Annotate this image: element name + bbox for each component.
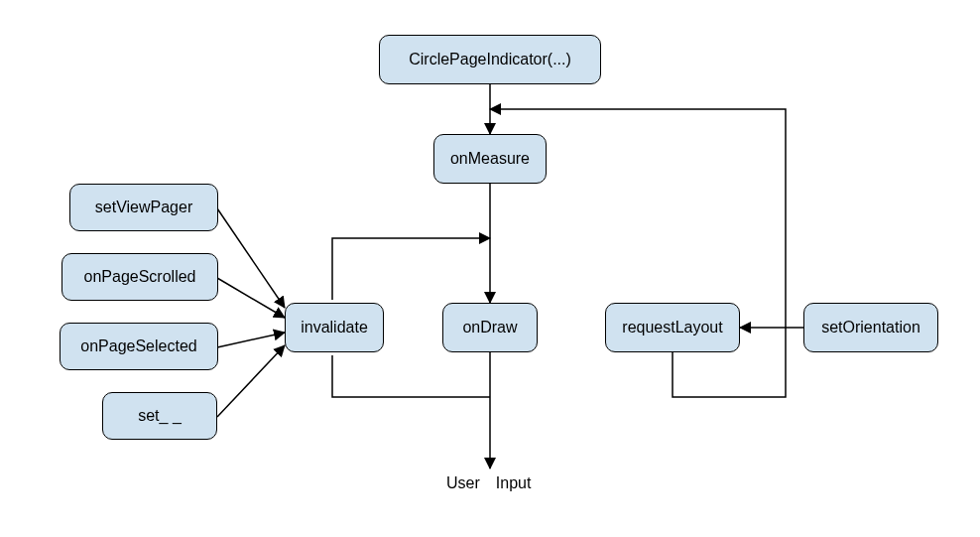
node-constructor-label: CirclePageIndicator(...) [409, 51, 571, 68]
edge-onPageScrolled-invalidate [217, 278, 285, 318]
node-onPageScrolled-label: onPageScrolled [84, 268, 196, 286]
node-setViewPager-label: setViewPager [95, 199, 192, 216]
edge-onDraw-loopback [332, 355, 490, 397]
node-requestLayout-label: requestLayout [622, 319, 722, 336]
node-onPageScrolled: onPageScrolled [61, 253, 218, 301]
node-onPageSelected: onPageSelected [60, 323, 218, 370]
edge-setBlank-invalidate [217, 345, 285, 417]
node-onDraw-label: onDraw [462, 319, 517, 336]
node-setBlank-label: set_ _ [138, 407, 182, 425]
diagram-canvas: CirclePageIndicator(...) onMeasure onDra… [0, 0, 980, 537]
edge-setViewPager-invalidate [217, 208, 285, 308]
node-constructor: CirclePageIndicator(...) [379, 35, 601, 84]
node-setOrientation: setOrientation [803, 303, 938, 352]
edge-invalidate-onDraw [332, 238, 490, 300]
node-setViewPager: setViewPager [69, 184, 218, 231]
node-invalidate: invalidate [285, 303, 384, 352]
node-onMeasure-label: onMeasure [450, 150, 530, 168]
node-setOrientation-label: setOrientation [821, 319, 920, 336]
node-requestLayout: requestLayout [605, 303, 740, 352]
output-label: User Input [446, 474, 531, 492]
node-invalidate-label: invalidate [301, 319, 368, 336]
output-label-text: User Input [446, 474, 531, 491]
node-onPageSelected-label: onPageSelected [80, 337, 196, 355]
node-onDraw: onDraw [442, 303, 538, 352]
node-setBlank: set_ _ [102, 392, 217, 440]
node-onMeasure: onMeasure [433, 134, 547, 184]
edge-onPageSelected-invalidate [217, 333, 285, 347]
